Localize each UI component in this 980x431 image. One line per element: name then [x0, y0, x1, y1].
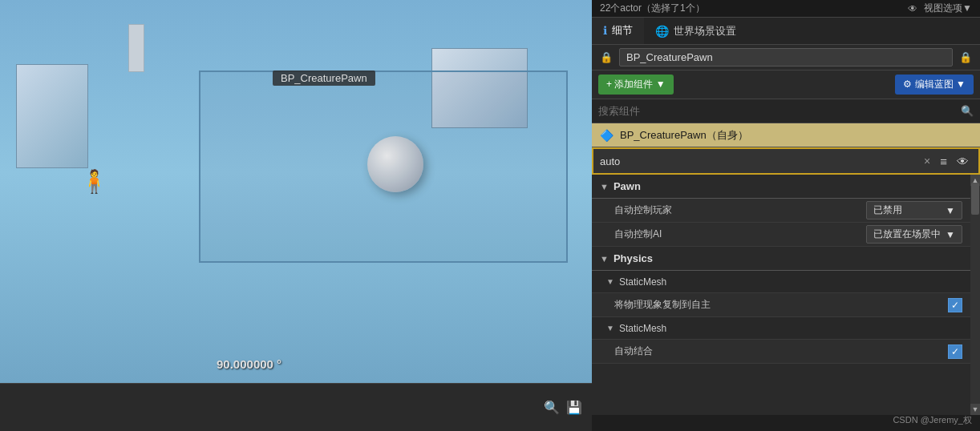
subsection1-label: StaticMesh — [619, 276, 666, 288]
properties-with-scroll: ▼ Pawn 自动控制玩家 已禁用 ▼ 自动控制AI 已放置在场景中 ▼ — [592, 175, 980, 415]
tab-detail[interactable]: ℹ 细节 — [592, 18, 644, 44]
prop-replicate-physics: 将物理现象复制到自主 ✓ — [592, 293, 970, 317]
toolbar: + 添加组件 ▼ ⚙ 编辑蓝图 ▼ — [592, 70, 980, 99]
list-view-button[interactable]: ≡ — [937, 153, 950, 170]
watermark-label: CSDN @Jeremy_权 — [893, 414, 972, 426]
tab-bar: ℹ 细节 🌐 世界场景设置 — [592, 18, 980, 45]
lock-icon: 🔒 — [600, 51, 613, 63]
auto-control-player-selected: 已禁用 — [873, 203, 902, 217]
edit-blueprint-button[interactable]: ⚙ 编辑蓝图 ▼ — [895, 75, 974, 95]
properties-content: ▼ Pawn 自动控制玩家 已禁用 ▼ 自动控制AI 已放置在场景中 ▼ — [592, 175, 970, 415]
prop-auto-control-ai-value: 已放置在场景中 ▼ — [866, 225, 962, 244]
prop-auto-control-player-label: 自动控制玩家 — [614, 203, 866, 217]
scene-character: 🧍 — [80, 168, 104, 200]
viewport-bottom-bar: 🔍 💾 — [0, 383, 592, 431]
section-physics-header[interactable]: ▼ Physics — [592, 247, 970, 271]
auto-control-ai-selected: 已放置在场景中 — [873, 228, 941, 241]
dropdown-arrow-icon: ▼ — [946, 205, 955, 216]
filter-icons-group: ≡ 👁 — [937, 153, 972, 170]
section-pawn-label: Pawn — [614, 180, 641, 192]
scroll-thumb[interactable] — [971, 183, 979, 215]
search-components-input[interactable] — [598, 105, 961, 117]
search-icon[interactable]: 🔍 — [544, 400, 560, 415]
scene-box-left — [16, 64, 88, 168]
replicate-physics-check-icon: ✓ — [951, 300, 959, 311]
search-components-bar: 🔍 — [592, 99, 980, 123]
actor-name-bar: 🔒 🔒 — [592, 45, 980, 70]
auto-weld-check-icon: ✓ — [951, 346, 959, 357]
filter-input[interactable] — [600, 155, 917, 167]
component-item-label: BP_CreaturePawn（自身） — [620, 128, 748, 143]
viewport[interactable]: 🧍 BP_CreaturePawn 90.000000 ° 🔍 💾 — [0, 0, 592, 431]
component-icon: 🔷 — [600, 129, 614, 142]
search-icon: 🔍 — [961, 105, 974, 117]
filter-bar: × ≡ 👁 — [592, 147, 980, 175]
angle-display: 90.000000 ° — [217, 357, 281, 371]
tab-detail-label: 细节 — [612, 23, 633, 38]
scene-pillar — [128, 24, 144, 72]
subsection2-label: StaticMesh — [619, 323, 666, 334]
auto-control-player-dropdown[interactable]: 已禁用 ▼ — [866, 201, 962, 220]
add-component-button[interactable]: + 添加组件 ▼ — [598, 75, 674, 95]
prop-auto-weld-value: ✓ — [948, 344, 962, 359]
auto-weld-checkbox[interactable]: ✓ — [948, 344, 962, 359]
scrollbar[interactable]: ▲ ▼ — [970, 175, 980, 415]
prop-replicate-physics-value: ✓ — [948, 298, 962, 312]
eye-filter-button[interactable]: 👁 — [954, 153, 972, 170]
view-options-label[interactable]: 视图选项▼ — [924, 2, 972, 15]
actor-name-input[interactable] — [619, 48, 953, 66]
subsection-staticmesh-1[interactable]: ▼ StaticMesh — [592, 271, 970, 293]
prop-auto-control-player: 自动控制玩家 已禁用 ▼ — [592, 199, 970, 223]
prop-auto-control-ai: 自动控制AI 已放置在场景中 ▼ — [592, 223, 970, 247]
status-bar: 22个actor（选择了1个） 👁 视图选项▼ — [592, 0, 980, 18]
prop-replicate-physics-label: 将物理现象复制到自主 — [614, 298, 948, 312]
selection-box — [199, 70, 568, 263]
status-right: 👁 视图选项▼ — [908, 2, 972, 15]
eye-icon: 👁 — [908, 3, 917, 14]
prop-auto-weld-label: 自动结合 — [614, 344, 948, 358]
info-icon: ℹ — [603, 24, 607, 37]
prop-auto-weld: 自动结合 ✓ — [592, 340, 970, 364]
scroll-down-arrow[interactable]: ▼ — [970, 404, 980, 415]
filter-clear-button[interactable]: × — [922, 153, 932, 169]
lock2-icon: 🔒 — [959, 51, 972, 63]
subsection2-arrow-icon: ▼ — [606, 324, 614, 332]
tab-world-label: 世界场景设置 — [674, 24, 736, 38]
prop-auto-control-ai-label: 自动控制AI — [614, 228, 866, 241]
auto-control-ai-dropdown[interactable]: 已放置在场景中 ▼ — [866, 225, 962, 244]
right-panel: 22个actor（选择了1个） 👁 视图选项▼ ℹ 细节 🌐 世界场景设置 🔒 … — [592, 0, 980, 431]
dropdown-ai-arrow-icon: ▼ — [946, 229, 955, 240]
component-list-item[interactable]: 🔷 BP_CreaturePawn（自身） — [592, 123, 980, 147]
globe-icon: 🌐 — [655, 25, 669, 38]
subsection1-arrow-icon: ▼ — [606, 277, 614, 286]
physics-arrow-icon: ▼ — [600, 254, 609, 264]
pawn-arrow-icon: ▼ — [600, 182, 609, 191]
replicate-physics-checkbox[interactable]: ✓ — [948, 298, 962, 312]
save-icon[interactable]: 💾 — [566, 400, 582, 415]
actor-count-label: 22个actor（选择了1个） — [600, 2, 705, 15]
subsection-staticmesh-2[interactable]: ▼ StaticMesh — [592, 317, 970, 340]
section-pawn-header[interactable]: ▼ Pawn — [592, 175, 970, 199]
prop-auto-control-player-value: 已禁用 ▼ — [866, 201, 962, 220]
tab-world-settings[interactable]: 🌐 世界场景设置 — [644, 18, 747, 44]
section-physics-label: Physics — [614, 252, 653, 264]
viewport-actor-label: BP_CreaturePawn — [273, 70, 375, 86]
